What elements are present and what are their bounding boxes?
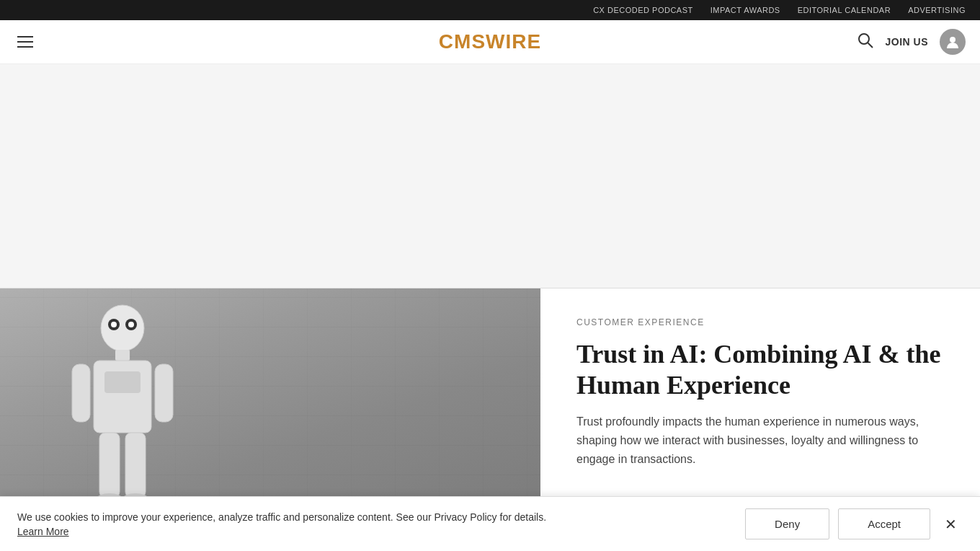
cookie-actions: Deny Accept ✕ [745,508,963,539]
svg-rect-11 [72,364,90,422]
cookie-accept-button[interactable]: Accept [838,508,930,539]
article-category: CUSTOMER EXPERIENCE [576,317,944,327]
svg-point-2 [950,37,956,43]
cookie-message: We use cookies to improve your experienc… [17,511,546,523]
top-bar-impact-awards[interactable]: IMPACT AWARDS [710,6,780,14]
ad-space [0,64,980,288]
header-right: JOIN US [858,29,966,55]
cookie-banner: We use cookies to improve your experienc… [0,496,980,551]
svg-point-6 [111,322,117,327]
top-bar: CX DECODED PODCAST IMPACT AWARDS EDITORI… [0,0,980,20]
svg-point-7 [128,322,134,327]
cookie-deny-button[interactable]: Deny [745,508,829,539]
svg-rect-13 [99,433,120,498]
svg-point-0 [859,34,869,44]
svg-point-3 [101,305,144,351]
svg-rect-14 [125,433,146,498]
top-bar-editorial-calendar[interactable]: EDITORIAL CALENDAR [798,6,891,14]
cookie-text-area: We use cookies to improve your experienc… [17,511,594,538]
svg-rect-10 [104,371,141,393]
svg-rect-12 [155,364,173,422]
cookie-close-button[interactable]: ✕ [939,517,963,532]
article-excerpt: Trust profoundly impacts the human exper… [576,413,944,468]
site-logo[interactable]: CMSWIRE [439,30,541,53]
main-header: CMSWIRE JOIN US [0,20,980,64]
svg-rect-8 [115,350,130,361]
top-bar-advertising[interactable]: ADVERTISING [908,6,966,14]
user-avatar[interactable] [940,29,966,55]
search-icon[interactable] [858,32,873,51]
cookie-learn-more-link[interactable]: Learn More [17,526,594,537]
join-us-button[interactable]: JOIN US [885,36,928,48]
header-left [14,33,36,50]
robot-illustration [58,303,187,519]
top-bar-cx-decoded[interactable]: CX DECODED PODCAST [593,6,693,14]
article-title: Trust in AI: Combining AI & the Human Ex… [576,339,944,401]
svg-line-1 [868,43,873,48]
hamburger-menu-icon[interactable] [14,33,36,50]
